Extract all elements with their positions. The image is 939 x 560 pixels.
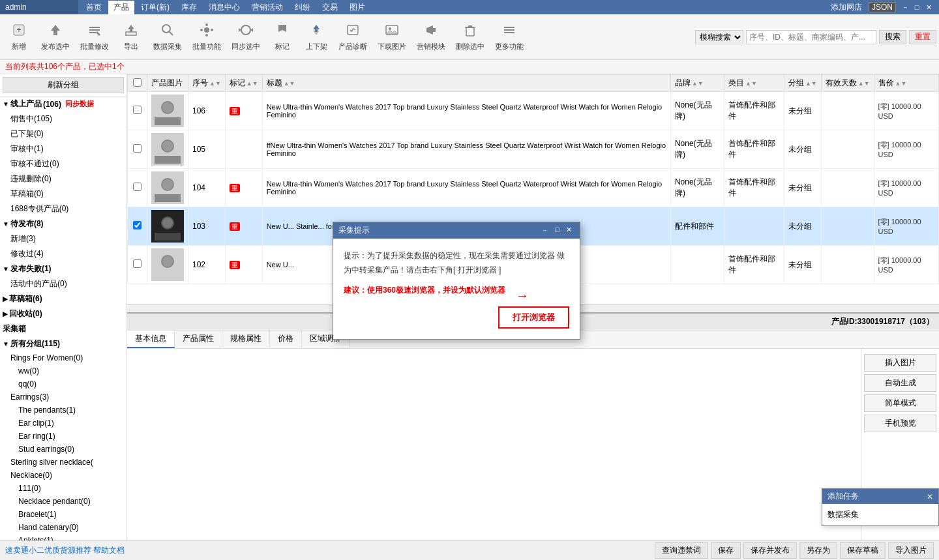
modal-overlay: 采集提示 － □ ✕ 提示：为了提升采集数据的稳定性，现在采集需要通过浏览器 做… [0,0,939,560]
modal-max-btn[interactable]: □ [552,226,562,235]
modal-title-text: 采集提示 [338,225,370,236]
modal-message: 提示：为了提升采集数据的稳定性，现在采集需要通过浏览器 做为中转采集产品！请点击… [344,249,569,277]
modal-min-btn[interactable]: － [539,226,551,235]
collect-modal: 采集提示 － □ ✕ 提示：为了提升采集数据的稳定性，现在采集需要通过浏览器 做… [333,222,580,340]
modal-suggestion-text: 建议：使用360极速浏览器，并设为默认浏览器 [344,285,505,296]
modal-button-row: 打开浏览器 [344,306,569,329]
modal-title-bar: 采集提示 － □ ✕ [333,222,580,239]
modal-suggestion-row: 建议：使用360极速浏览器，并设为默认浏览器 → [344,285,569,306]
open-browser-btn[interactable]: 打开浏览器 [498,306,569,329]
modal-close-btn[interactable]: ✕ [563,226,574,235]
modal-body: 提示：为了提升采集数据的稳定性，现在采集需要通过浏览器 做为中转采集产品！请点击… [333,239,580,339]
arrow-icon: → [516,288,529,303]
modal-title-buttons: － □ ✕ [539,226,574,235]
